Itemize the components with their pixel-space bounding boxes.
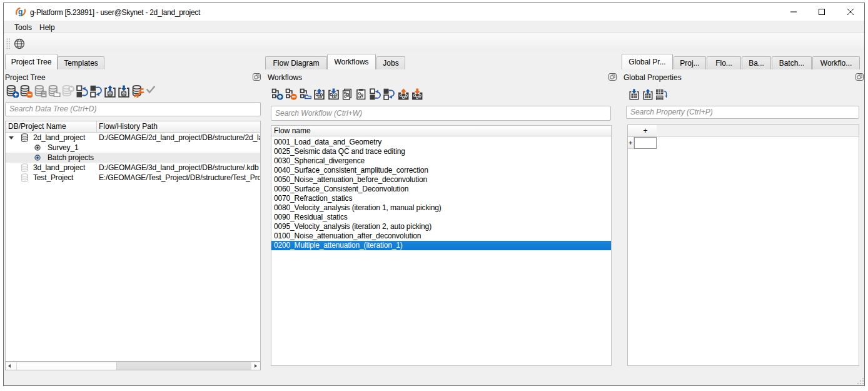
svg-text:g: g [18, 8, 23, 16]
